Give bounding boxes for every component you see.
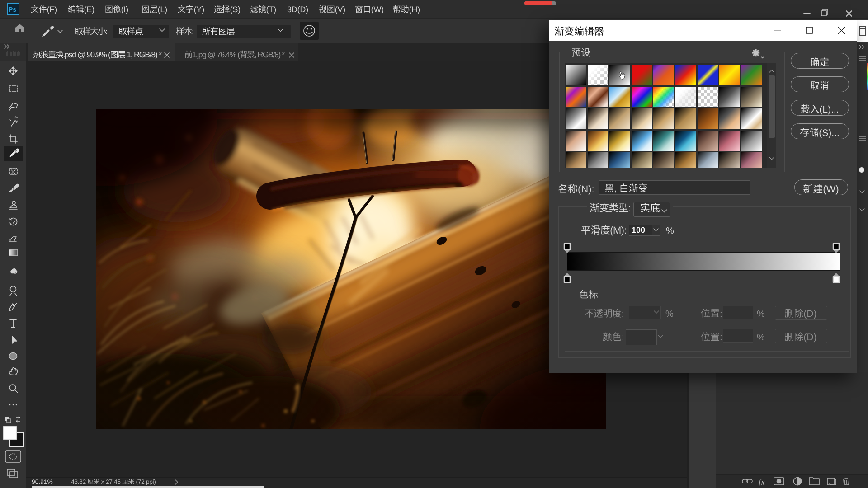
svg-text:Ps: Ps bbox=[9, 6, 16, 13]
svg-text:fx: fx bbox=[759, 477, 765, 487]
